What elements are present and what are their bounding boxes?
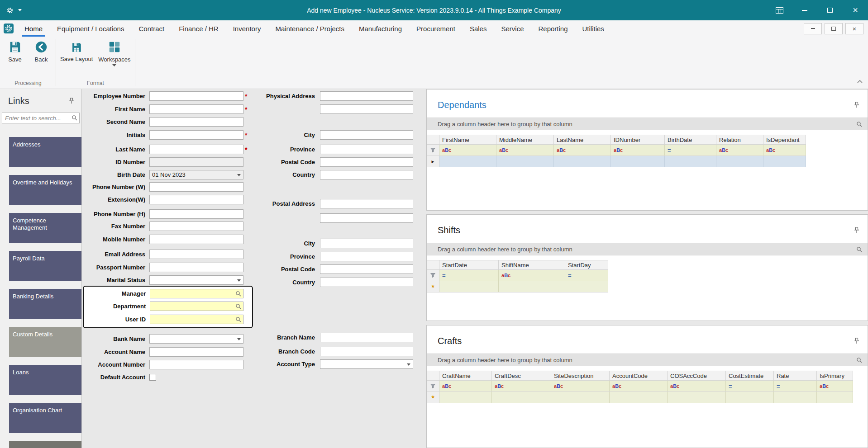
- chevron-down-icon[interactable]: [18, 9, 22, 11]
- search-icon[interactable]: [235, 291, 241, 297]
- field-country[interactable]: [320, 170, 413, 179]
- grid-cell[interactable]: [565, 281, 608, 292]
- sidebar-item-overtime-and-holidays[interactable]: Overtime and Holidays: [9, 175, 82, 205]
- grid-cell[interactable]: [439, 156, 496, 167]
- search-icon[interactable]: [235, 303, 241, 309]
- grid-cell[interactable]: [551, 392, 610, 403]
- filter-cell-middlename[interactable]: aBc: [496, 145, 554, 156]
- save-button[interactable]: Save: [2, 40, 28, 63]
- column-header-craftname[interactable]: CraftName: [439, 371, 492, 380]
- field-department[interactable]: [150, 302, 243, 311]
- field-department-input[interactable]: [150, 302, 243, 311]
- grid-icon[interactable]: [767, 0, 792, 20]
- minimize-button[interactable]: [792, 0, 817, 20]
- filter-cell-relation[interactable]: aBc: [716, 145, 763, 156]
- ribbon-restore-button[interactable]: [825, 23, 843, 34]
- tab-sales[interactable]: Sales: [463, 20, 494, 37]
- field-marital-status[interactable]: [149, 275, 243, 285]
- field-phone-number-h[interactable]: [149, 209, 243, 219]
- field-postal-code[interactable]: [320, 264, 413, 274]
- tab-utilities[interactable]: Utilities: [575, 20, 611, 37]
- pin-icon[interactable]: [854, 227, 859, 233]
- filter-cell-firstname[interactable]: aBc: [439, 145, 496, 156]
- field-account-type[interactable]: [320, 359, 413, 369]
- tab-maintenance-projects[interactable]: Maintenance / Projects: [268, 20, 352, 37]
- filter-cell-isdependant[interactable]: aBc: [763, 145, 806, 156]
- column-header-relation[interactable]: Relation: [716, 135, 763, 144]
- column-header-firstname[interactable]: FirstName: [439, 135, 496, 144]
- search-icon[interactable]: [856, 357, 862, 363]
- grid-cell[interactable]: [817, 392, 853, 403]
- field-province[interactable]: [320, 252, 413, 261]
- column-header-cosacccode[interactable]: COSAccCode: [668, 371, 726, 380]
- sidebar-item-payroll-data[interactable]: Payroll Data: [9, 251, 82, 281]
- column-header-craftdesc[interactable]: CraftDesc: [492, 371, 551, 380]
- field-user-id[interactable]: [150, 315, 243, 324]
- filter-cell-lastname[interactable]: aBc: [554, 145, 611, 156]
- search-icon[interactable]: [235, 316, 241, 322]
- grid-cell[interactable]: [499, 281, 565, 292]
- column-header-startdate[interactable]: StartDate: [439, 260, 499, 269]
- grid-cell[interactable]: [668, 392, 726, 403]
- column-header-sitedescription[interactable]: SiteDescription: [551, 371, 610, 380]
- grid-cell[interactable]: [439, 392, 492, 403]
- filter-cell-craftname[interactable]: aBc: [439, 381, 492, 391]
- search-icon[interactable]: [856, 121, 862, 127]
- filter-cell-cosacccode[interactable]: aBc: [668, 381, 726, 391]
- sidebar-item-competence-management[interactable]: Competence Management: [9, 213, 82, 243]
- grid-cell[interactable]: [492, 392, 551, 403]
- grid-cell[interactable]: [496, 156, 554, 167]
- filter-cell-sitedescription[interactable]: aBc: [551, 381, 610, 391]
- field-branch-code[interactable]: [320, 347, 413, 356]
- gear-icon[interactable]: [6, 7, 14, 14]
- field-province[interactable]: [320, 145, 413, 154]
- field-initials[interactable]: [149, 130, 243, 140]
- collapse-ribbon-button[interactable]: [857, 77, 863, 85]
- filter-cell-costestimate[interactable]: =: [726, 381, 774, 391]
- field-bank-name[interactable]: [149, 334, 243, 344]
- field-id-number[interactable]: [149, 157, 243, 167]
- column-header-isdependant[interactable]: IsDependant: [763, 135, 806, 144]
- column-header-startday[interactable]: StartDay: [565, 260, 608, 269]
- field-branch-name[interactable]: [320, 333, 413, 342]
- tab-inventory[interactable]: Inventory: [226, 20, 268, 37]
- maximize-button[interactable]: [817, 0, 843, 20]
- tab-finance-hr[interactable]: Finance / HR: [172, 20, 226, 37]
- field-employee-number[interactable]: [149, 91, 243, 101]
- field-default-account-checkbox[interactable]: [149, 374, 156, 381]
- ribbon-minimize-button[interactable]: [804, 23, 822, 34]
- field-last-name[interactable]: [149, 145, 243, 154]
- filter-cell-accountcode[interactable]: aBc: [610, 381, 668, 391]
- column-header-birthdate[interactable]: BirthDate: [665, 135, 716, 144]
- filter-cell-birthdate[interactable]: =: [665, 145, 716, 156]
- new-item-row[interactable]: *: [427, 281, 608, 292]
- filter-cell-rate[interactable]: =: [774, 381, 817, 391]
- pin-icon[interactable]: [854, 338, 859, 344]
- sidebar-item-banking-details[interactable]: Banking Details: [9, 289, 82, 319]
- filter-cell-isprimary[interactable]: aBc: [817, 381, 853, 391]
- filter-cell-idnumber[interactable]: aBc: [611, 145, 665, 156]
- sidebar-item-loans[interactable]: Loans: [9, 365, 82, 395]
- grid-cell[interactable]: [554, 156, 611, 167]
- field-postal-address[interactable]: [320, 199, 413, 208]
- field-account-number[interactable]: [149, 360, 243, 369]
- close-button[interactable]: ×: [843, 0, 868, 20]
- tab-equipment-locations[interactable]: Equipment / Locations: [50, 20, 131, 37]
- workspaces-button[interactable]: Workspaces: [95, 40, 133, 66]
- grid-cell[interactable]: [611, 156, 665, 167]
- tab-procurement[interactable]: Procurement: [409, 20, 463, 37]
- tab-service[interactable]: Service: [494, 20, 531, 37]
- field-email-address[interactable]: [149, 250, 243, 259]
- app-icon[interactable]: [4, 20, 14, 37]
- filter-cell-craftdesc[interactable]: aBc: [492, 381, 551, 391]
- field-first-name[interactable]: [149, 104, 243, 114]
- back-button[interactable]: Back: [28, 40, 54, 63]
- tab-manufacturing[interactable]: Manufacturing: [352, 20, 409, 37]
- sidebar-item-organisation-chart[interactable]: Organisation Chart: [9, 403, 82, 433]
- grid-cell[interactable]: [665, 156, 716, 167]
- field-address-line-2[interactable]: [320, 213, 413, 223]
- field-passport-number[interactable]: [149, 263, 243, 272]
- field-physical-address[interactable]: [320, 91, 413, 101]
- column-header-costestimate[interactable]: CostEstimate: [726, 371, 774, 380]
- column-header-accountcode[interactable]: AccountCode: [610, 371, 668, 380]
